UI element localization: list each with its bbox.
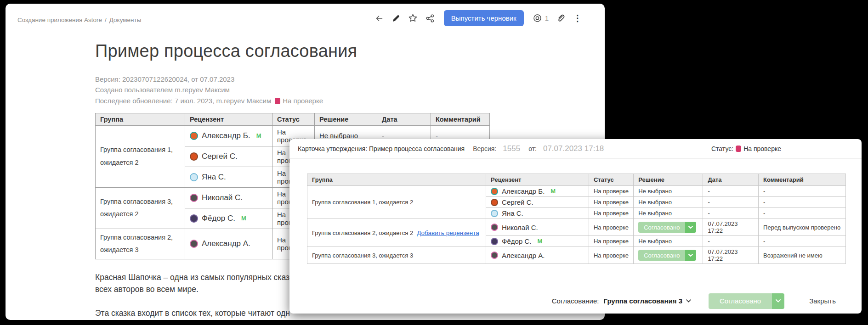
reviewer-name: Николай С. — [502, 224, 538, 231]
decision-cell: Согласовано — [634, 219, 703, 236]
publish-draft-button[interactable]: Выпустить черновик — [444, 10, 524, 26]
comment-cell: - — [759, 208, 846, 219]
created-line: Создано пользователем m.repyev Максим — [95, 84, 499, 95]
decision-cell: Не выбрано — [634, 208, 703, 219]
document-meta: Версия: 20230707122620024, от 07.07.2023… — [95, 74, 499, 106]
date-cell: - — [703, 197, 759, 208]
breadcrumb: Создание приложения Astore/Документы — [17, 17, 141, 23]
status-cell: На проверке — [589, 186, 633, 197]
modal-status: Статус:На проверке — [711, 145, 781, 152]
comment-cell: Перед выпуском проверено — [759, 219, 846, 236]
more-options-kebab-icon[interactable]: ⋮ — [573, 13, 583, 23]
mandatory-badge: М — [537, 238, 542, 245]
breadcrumb-separator: / — [105, 17, 107, 23]
watchers-eye-icon[interactable] — [533, 13, 543, 23]
col-comment: Комментарий — [759, 174, 846, 186]
col-status: Статус — [589, 174, 633, 186]
paragraph-line: Красная Шапочка – одна из самых популярн… — [95, 271, 290, 283]
avatar — [491, 252, 498, 259]
avatar — [491, 199, 498, 206]
status-cell: На проверке — [589, 247, 633, 264]
avatar — [190, 194, 198, 202]
mandatory-badge: М — [241, 215, 246, 222]
comment-cell: - — [759, 236, 846, 247]
decision-approved-split-button[interactable]: Согласовано — [638, 250, 696, 261]
avatar — [190, 214, 198, 223]
paragraph-line: незамысловатая история девочки в красной… — [95, 319, 290, 320]
avatar — [190, 173, 198, 181]
reviewer-name: Александр А. — [502, 252, 545, 259]
col-comment: Комментарий — [431, 113, 490, 125]
chevron-down-icon[interactable] — [685, 222, 696, 233]
comment-cell: - — [759, 197, 846, 208]
date-value: 07.07.2023 17:18 — [543, 144, 604, 153]
reviewer-name: Александр А. — [202, 239, 250, 248]
approval-card-table: Группа Рецензент Статус Решение Дата Ком… — [307, 174, 846, 264]
group-cell: Группа согласования 3, ожидается 3 — [307, 247, 486, 264]
comment-cell: - — [759, 186, 846, 197]
group-cell: Группа согласования 1, ожидается 2 — [96, 125, 185, 187]
chevron-down-icon[interactable] — [772, 293, 784, 309]
approve-button-label[interactable]: Согласовано — [709, 293, 772, 309]
modal-body: Группа Рецензент Статус Решение Дата Ком… — [289, 159, 862, 264]
date-cell: 07.07.2023 17:22 — [703, 247, 759, 264]
decision-cell: Не выбрано — [634, 186, 703, 197]
decision-approved-label[interactable]: Согласовано — [638, 222, 685, 233]
share-icon[interactable] — [425, 13, 435, 23]
document-toolbar: Выпустить черновик 1 ⋮ — [374, 10, 583, 26]
approve-split-button[interactable]: Согласовано — [709, 293, 784, 309]
approval-group-value[interactable]: Группа согласования 3 — [603, 297, 682, 305]
col-decision: Решение — [634, 174, 703, 186]
mandatory-badge: М — [550, 188, 556, 195]
table-header-row: Группа Рецензент Статус Решение Дата Ком… — [96, 113, 490, 125]
group-cell: Группа согласования 2, ожидается 2Добави… — [307, 219, 486, 247]
avatar — [491, 238, 498, 245]
col-date: Дата — [377, 113, 431, 125]
paragraph-line: всех авторов во всем мире. — [95, 283, 290, 295]
avatar — [190, 152, 198, 161]
decision-cell: Не выбрано — [634, 197, 703, 208]
edit-pencil-icon[interactable] — [391, 13, 401, 23]
status-label: Статус: — [711, 145, 733, 152]
version-value: 1555 — [503, 144, 520, 153]
group-cell: Группа согласования 2, ожидается 3 — [96, 229, 185, 259]
breadcrumb-documents[interactable]: Документы — [109, 17, 142, 23]
reviewer-name: Сергей С. — [202, 152, 238, 161]
attachment-paperclip-icon[interactable] — [556, 13, 566, 23]
status-cell: На проверке — [589, 197, 633, 208]
status-dot-icon — [736, 146, 741, 152]
watchers: 1 — [533, 13, 549, 23]
reviewer-name: Фёдор С. — [202, 214, 235, 223]
add-reviewer-link[interactable]: Добавить рецензента — [417, 230, 479, 236]
paragraph: Красная Шапочка – одна из самых популярн… — [95, 271, 290, 296]
col-decision: Решение — [315, 113, 377, 125]
avatar — [190, 132, 198, 140]
updated-line: Последнее обновление: 7 июл. 2023, m.rep… — [95, 95, 499, 106]
approval-card-modal: Карточка утверждения: Пример процесса со… — [289, 139, 862, 314]
favorite-star-icon[interactable] — [408, 13, 418, 23]
col-reviewer: Рецензент — [185, 113, 272, 125]
version-label: Версия: — [473, 145, 496, 152]
reviewer-name: Александр Б. — [502, 187, 545, 195]
table-row: Группа согласования 1, ожидается 2 Алекс… — [307, 186, 846, 197]
table-row: Группа согласования 3, ожидается 3 Алекс… — [307, 247, 846, 264]
decision-approved-label[interactable]: Согласовано — [638, 250, 685, 261]
status-dot-icon — [275, 98, 280, 104]
date-cell: - — [703, 236, 759, 247]
approval-group-select[interactable]: Группа согласования 3 — [603, 297, 691, 305]
chevron-down-icon[interactable] — [685, 250, 696, 261]
date-cell: - — [703, 208, 759, 219]
decision-approved-split-button[interactable]: Согласовано — [638, 222, 696, 233]
version-line: Версия: 20230707122620024, от 07.07.2023 — [95, 74, 499, 84]
decision-cell: Не выбрано — [634, 236, 703, 247]
breadcrumb-app[interactable]: Создание приложения Astore — [17, 17, 102, 23]
col-group: Группа — [96, 113, 185, 125]
back-arrow-icon[interactable] — [374, 13, 384, 23]
close-button[interactable]: Закрыть — [806, 297, 839, 305]
avatar — [190, 240, 198, 248]
status-cell: На проверке — [589, 219, 633, 236]
group-cell: Группа согласования 3, ожидается 2 — [96, 187, 185, 229]
paragraph: Эта сказка входит в список тех, которые … — [95, 307, 290, 320]
modal-title: Карточка утверждения: Пример процесса со… — [298, 145, 465, 152]
modal-footer: Согласование: Группа согласования 3 Согл… — [289, 288, 862, 314]
